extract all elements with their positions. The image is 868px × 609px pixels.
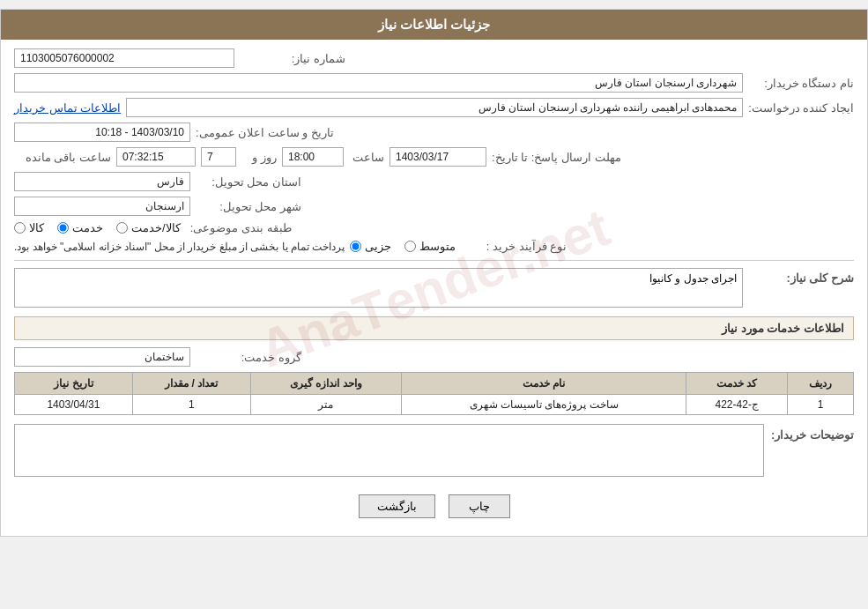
deadline-remaining-label: ساعت باقی مانده — [14, 151, 111, 164]
province-field: فارس — [14, 172, 190, 191]
radio-jozii[interactable] — [350, 241, 361, 252]
button-row: چاپ بازگشت — [14, 486, 854, 527]
service-group-field: ساختمان — [14, 347, 190, 367]
deadline-date-field: 1403/03/17 — [389, 147, 486, 167]
services-info-header: اطلاعات خدمات مورد نیاز — [14, 316, 854, 340]
purchase-desc: پرداخت تمام یا بخشی از مبلغ خریدار از مح… — [14, 241, 345, 253]
service-group-row: گروه خدمت: ساختمان — [14, 347, 854, 367]
radio-jozii-item: جزیی — [350, 240, 391, 253]
category-label: طبقه بندی موضوعی: — [186, 221, 292, 234]
general-desc-textarea[interactable]: اجرای جدول و کانیوا — [14, 268, 743, 308]
buyer-org-row: نام دستگاه خریدار: شهرداری ارسنجان استان… — [14, 73, 854, 93]
announce-date-label: تاریخ و ساعت اعلان عمومی: — [196, 126, 334, 139]
page-title: جزئیات اطلاعات نیاز — [378, 17, 490, 32]
buyer-org-field: شهرداری ارسنجان استان فارس — [14, 73, 743, 93]
divider-1 — [14, 260, 854, 261]
main-content: AnaТender.net شماره نیاز: 11030050760000… — [1, 40, 867, 536]
buyer-notes-section: توضیحات خریدار: — [14, 424, 854, 477]
table-header-code: کد خدمت — [686, 373, 788, 395]
buyer-notes-label: توضیحات خریدار: — [771, 424, 854, 442]
category-row: طبقه بندی موضوعی: کالا/خدمت خدمت کالا — [14, 221, 854, 234]
announce-date-field: 1403/03/10 - 10:18 — [14, 123, 190, 142]
buyer-org-label: نام دستگاه خریدار: — [748, 77, 854, 90]
deadline-remaining-field: 07:32:15 — [116, 147, 196, 167]
general-desc-row: شرح کلی نیاز: اجرای جدول و کانیوا — [14, 268, 854, 308]
radio-motavasset-item: متوسط — [404, 240, 456, 253]
radio-kala-item: کالا — [14, 221, 44, 234]
table-header-qty: تعداد / مقدار — [132, 373, 250, 395]
back-button[interactable]: بازگشت — [359, 494, 435, 518]
creator-contact-link[interactable]: اطلاعات تماس خریدار — [14, 101, 121, 115]
radio-kala[interactable] — [14, 222, 26, 234]
table-header-row: ردیف — [788, 373, 854, 395]
creator-label: ایجاد کننده درخواست: — [748, 101, 854, 115]
table-header-unit: واحد اندازه گیری — [250, 373, 401, 395]
radio-kala-label: کالا — [29, 221, 44, 234]
radio-motavasset[interactable] — [404, 241, 416, 252]
table-header-date: تاریخ نیاز — [15, 373, 133, 395]
radio-khedmat[interactable] — [57, 222, 69, 234]
radio-kala-khedmat-item: کالا/خدمت — [116, 221, 181, 234]
city-label: شهر محل تحویل: — [196, 200, 301, 213]
province-row: استان محل تحویل: فارس — [14, 172, 854, 191]
service-group-label: گروه خدمت: — [196, 351, 301, 364]
table-row: 1ج-42-422ساخت پروژه‌های تاسیسات شهریمتر1… — [15, 395, 854, 415]
need-number-label: شماره نیاز: — [240, 52, 345, 65]
deadline-row: مهلت ارسال پاسخ: تا تاریخ: 1403/03/17 سا… — [14, 147, 854, 167]
radio-khedmat-item: خدمت — [57, 221, 103, 234]
radio-jozii-label: جزیی — [365, 240, 391, 253]
deadline-days-field: 7 — [201, 147, 236, 167]
creator-row: ایجاد کننده درخواست: محمدهادی ابراهیمی ر… — [14, 98, 854, 117]
deadline-days-label: روز و — [241, 151, 277, 164]
deadline-label: مهلت ارسال پاسخ: تا تاریخ: — [492, 151, 621, 164]
buyer-notes-textarea[interactable] — [14, 424, 764, 477]
announce-date-row: تاریخ و ساعت اعلان عمومی: 1403/03/10 - 1… — [14, 123, 854, 142]
province-label: استان محل تحویل: — [196, 175, 301, 189]
creator-field: محمدهادی ابراهیمی راننده شهرداری ارسنجان… — [126, 98, 743, 117]
radio-khedmat-label: خدمت — [72, 221, 103, 234]
general-desc-label: شرح کلی نیاز: — [748, 268, 854, 285]
table-header-name: نام خدمت — [401, 373, 686, 395]
radio-kala-khedmat-label: کالا/خدمت — [131, 221, 181, 234]
purchase-type-radio-group: متوسط جزیی — [350, 240, 456, 253]
services-table: ردیف کد خدمت نام خدمت واحد اندازه گیری ت… — [14, 372, 854, 415]
need-number-field: 1103005076000002 — [14, 48, 234, 68]
radio-kala-khedmat[interactable] — [116, 222, 128, 234]
radio-motavasset-label: متوسط — [419, 240, 456, 253]
purchase-type-label: نوع فرآیند خرید : — [461, 240, 567, 253]
page-wrapper: جزئیات اطلاعات نیاز AnaТender.net شماره … — [0, 9, 868, 537]
print-button[interactable]: چاپ — [449, 494, 510, 518]
purchase-type-row: نوع فرآیند خرید : متوسط جزیی پرداخت تمام… — [14, 240, 854, 253]
city-field: ارسنجان — [14, 197, 190, 216]
deadline-time-field: 18:00 — [282, 147, 344, 167]
category-radio-group: کالا/خدمت خدمت کالا — [14, 221, 181, 234]
deadline-time-label: ساعت — [349, 151, 384, 164]
page-header: جزئیات اطلاعات نیاز — [1, 10, 867, 40]
need-number-row: شماره نیاز: 1103005076000002 — [14, 48, 854, 68]
city-row: شهر محل تحویل: ارسنجان — [14, 197, 854, 216]
